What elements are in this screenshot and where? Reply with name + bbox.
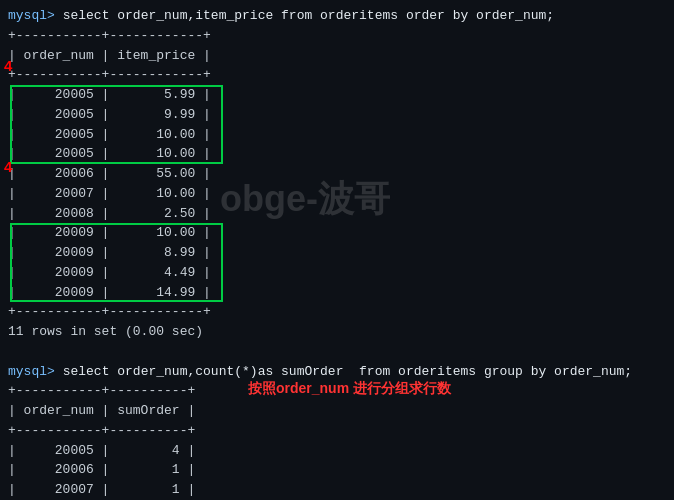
table1-header: | order_num | item_price | [8, 46, 666, 66]
annotation-4-bottom: 4 [4, 158, 12, 175]
table1-row-10: | 20009 | 4.49 | [8, 263, 666, 283]
table1-row-7: | 20008 | 2.50 | [8, 204, 666, 224]
query2-section: mysql> select order_num,count(*)as sumOr… [8, 362, 666, 501]
annotation-4-top: 4 [4, 57, 12, 74]
table1-row-3: | 20005 | 10.00 | [8, 125, 666, 145]
table1-row-11: | 20009 | 14.99 | [8, 283, 666, 303]
table2-row-3: | 20007 | 1 | [8, 480, 666, 500]
query1-prompt: mysql> select order_num,item_price from … [8, 6, 666, 26]
table1-row-4: | 20005 | 10.00 | [8, 144, 666, 164]
query2-prompt: mysql> select order_num,count(*)as sumOr… [8, 362, 666, 382]
table1-row-1: | 20005 | 5.99 | [8, 85, 666, 105]
table1-result: 11 rows in set (0.00 sec) [8, 322, 666, 342]
table2-header: | order_num | sumOrder | [8, 401, 666, 421]
table1-header-sep: +-----------+------------+ [8, 65, 666, 85]
table1-row-6: | 20007 | 10.00 | [8, 184, 666, 204]
table2-header-sep: +-----------+----------+ [8, 421, 666, 441]
table2-row-2: | 20006 | 1 | [8, 460, 666, 480]
table2: +-----------+----------+ | order_num | s… [8, 381, 666, 500]
table1-row-8: | 20009 | 10.00 | [8, 223, 666, 243]
annotation-group-by: 按照order_num 进行分组求行数 [248, 380, 656, 398]
empty-line [8, 342, 666, 362]
table1-row-2: | 20005 | 9.99 | [8, 105, 666, 125]
terminal: mysql> select order_num,item_price from … [0, 0, 674, 500]
table1-row-9: | 20009 | 8.99 | [8, 243, 666, 263]
table1-top-sep: +-----------+------------+ [8, 26, 666, 46]
table1-bottom-sep: +-----------+------------+ [8, 302, 666, 322]
table1: +-----------+------------+ | order_num |… [8, 26, 666, 342]
table1-row-5: | 20006 | 55.00 | [8, 164, 666, 184]
query1-section: mysql> select order_num,item_price from … [8, 6, 666, 342]
table2-row-1: | 20005 | 4 | [8, 441, 666, 461]
